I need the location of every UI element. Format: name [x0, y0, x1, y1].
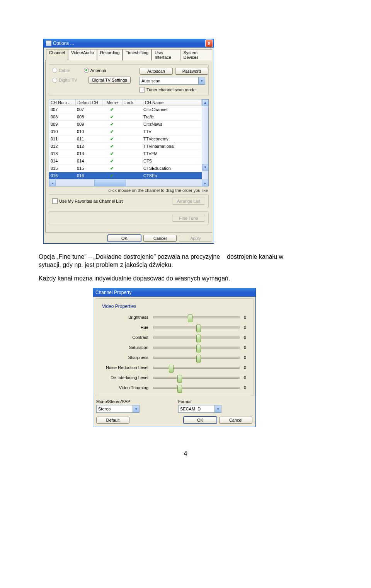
- slider-saturation[interactable]: [153, 344, 240, 351]
- chevron-down-icon: ▾: [198, 77, 205, 84]
- slider-label: Noise Reduction Level: [98, 365, 153, 370]
- cancel-button[interactable]: Cancel: [219, 417, 252, 424]
- radio-cable[interactable]: Cable: [52, 68, 70, 73]
- slider-de-interlacing-level[interactable]: [153, 374, 240, 381]
- mono-stereo-label: Mono/Stereo/SAP: [96, 399, 170, 404]
- horizontal-scrollbar[interactable]: ◂ ▸: [49, 179, 208, 186]
- check-icon: ✔: [110, 107, 114, 112]
- scroll-up-icon[interactable]: ▲: [202, 99, 208, 106]
- check-icon: ✔: [110, 151, 114, 156]
- tab-user-interface[interactable]: User Interface: [151, 49, 180, 60]
- password-button[interactable]: Password: [175, 68, 208, 75]
- mono-stereo-select[interactable]: Stereo ▾: [96, 405, 140, 413]
- slider-video-trimming[interactable]: [153, 384, 240, 391]
- scroll-left-icon[interactable]: ◂: [49, 180, 56, 186]
- slider-hue[interactable]: [153, 324, 240, 331]
- slider-thumb[interactable]: [196, 355, 201, 362]
- scroll-right-icon[interactable]: ▸: [202, 180, 208, 186]
- slider-thumb[interactable]: [169, 365, 174, 373]
- slider-sharpness[interactable]: [153, 354, 240, 361]
- table-row[interactable]: 016016✔CTSEn: [49, 172, 202, 179]
- tab-video-audio[interactable]: Video/Audio: [68, 49, 97, 60]
- check-icon: ✔: [110, 173, 114, 178]
- slider-row: Brightness0: [98, 312, 250, 322]
- table-row[interactable]: 012012✔TTVinternational: [49, 143, 202, 150]
- slider-value: 0: [240, 365, 250, 370]
- slider-thumb[interactable]: [177, 375, 182, 383]
- scroll-down-icon[interactable]: ▼: [202, 164, 208, 171]
- use-favorites-checkbox[interactable]: Use My Favorites as Channel List: [52, 198, 172, 204]
- fine-tune-button[interactable]: Fine Tune: [172, 215, 205, 222]
- tab-recording[interactable]: Recording: [97, 49, 123, 60]
- list-header: CH Num ... Default CH Mem+ Lock CH Name: [49, 99, 202, 106]
- ok-button[interactable]: OK: [108, 235, 141, 242]
- table-row[interactable]: 013013✔TTVFM: [49, 150, 202, 157]
- tab-bar: Channel Video/Audio Recording Timeshifti…: [46, 49, 212, 60]
- slider-noise-reduction-level[interactable]: [153, 364, 240, 371]
- table-row[interactable]: 009009✔CitizNews: [49, 121, 202, 128]
- slider-thumb[interactable]: [196, 345, 201, 352]
- titlebar[interactable]: Channel Property: [93, 288, 255, 297]
- check-icon: ✔: [110, 129, 114, 134]
- table-row[interactable]: 014014✔CTS: [49, 157, 202, 165]
- tab-system-devices[interactable]: System Devices: [180, 49, 212, 60]
- chevron-down-icon: ▾: [214, 405, 221, 412]
- slider-label: Brightness: [98, 315, 153, 320]
- paragraph-2: Każdy kanał można indywidualnie dopasowa…: [39, 275, 332, 283]
- arrange-list-button[interactable]: Arrange List: [172, 198, 205, 205]
- slider-label: Sharpness: [98, 355, 153, 360]
- slider-thumb[interactable]: [177, 385, 182, 393]
- slider-value: 0: [240, 335, 250, 340]
- slider-thumb[interactable]: [196, 325, 201, 332]
- slider-label: Saturation: [98, 345, 153, 350]
- default-button[interactable]: Default: [96, 417, 129, 424]
- channel-property-window: Channel Property Video Properties Bright…: [93, 288, 256, 427]
- format-select[interactable]: SECAM_D ▾: [178, 405, 221, 413]
- paragraph-1: Opcja „Fine tune" – „Dokładne dostrojeni…: [39, 253, 332, 269]
- slider-row: De-Interlacing Level0: [98, 373, 250, 383]
- tab-timeshifting[interactable]: Timeshifting: [123, 49, 151, 60]
- app-icon: [46, 41, 51, 46]
- table-row[interactable]: 010010✔TTV: [49, 128, 202, 135]
- page-number: 4: [39, 450, 332, 457]
- slider-contrast[interactable]: [153, 334, 240, 341]
- check-icon: ✔: [110, 159, 114, 164]
- close-icon[interactable]: X: [205, 39, 213, 47]
- titlebar[interactable]: Options ... X: [44, 39, 214, 48]
- slider-value: 0: [240, 345, 250, 350]
- slider-row: Saturation0: [98, 342, 250, 352]
- scroll-thumb[interactable]: [94, 180, 126, 186]
- table-row[interactable]: 007007✔CitizChannel: [49, 106, 202, 113]
- tuner-scan-mode-checkbox[interactable]: Tuner channel scan mode: [140, 87, 205, 92]
- slider-value: 0: [240, 325, 250, 330]
- slider-row: Sharpness0: [98, 352, 250, 362]
- slider-row: Noise Reduction Level0: [98, 362, 250, 373]
- apply-button[interactable]: Apply: [179, 235, 212, 242]
- autoscan-button[interactable]: Autoscan: [140, 68, 173, 75]
- slider-value: 0: [240, 385, 250, 390]
- slider-thumb[interactable]: [196, 335, 201, 342]
- table-row[interactable]: 015015✔CTSEducation: [49, 165, 202, 172]
- radio-antenna[interactable]: Antenna: [84, 68, 106, 73]
- check-icon: ✔: [110, 144, 114, 149]
- vertical-scrollbar[interactable]: ▲ ▼: [202, 99, 208, 179]
- slider-label: De-Interlacing Level: [98, 375, 153, 380]
- format-label: Format: [178, 399, 252, 404]
- tab-channel[interactable]: Channel: [46, 49, 68, 60]
- ok-button[interactable]: OK: [184, 417, 217, 424]
- scan-mode-select[interactable]: Auto scan ▾: [140, 77, 205, 85]
- digital-tv-settings-button[interactable]: Digital TV Settings: [88, 77, 130, 84]
- radio-digital-tv[interactable]: Digital TV: [52, 78, 77, 83]
- slider-label: Contrast: [98, 335, 153, 340]
- slider-brightness[interactable]: [153, 314, 240, 321]
- check-icon: ✔: [110, 122, 114, 127]
- check-icon: ✔: [110, 115, 114, 120]
- channel-list: CH Num ... Default CH Mem+ Lock CH Name …: [49, 99, 209, 186]
- table-row[interactable]: 011011✔TTVeconemy: [49, 135, 202, 143]
- window-title: Options ...: [53, 41, 205, 46]
- table-row[interactable]: 008008✔Trafic: [49, 113, 202, 121]
- slider-row: Contrast0: [98, 332, 250, 342]
- slider-value: 0: [240, 315, 250, 320]
- slider-thumb[interactable]: [188, 315, 192, 322]
- cancel-button[interactable]: Cancel: [143, 235, 177, 242]
